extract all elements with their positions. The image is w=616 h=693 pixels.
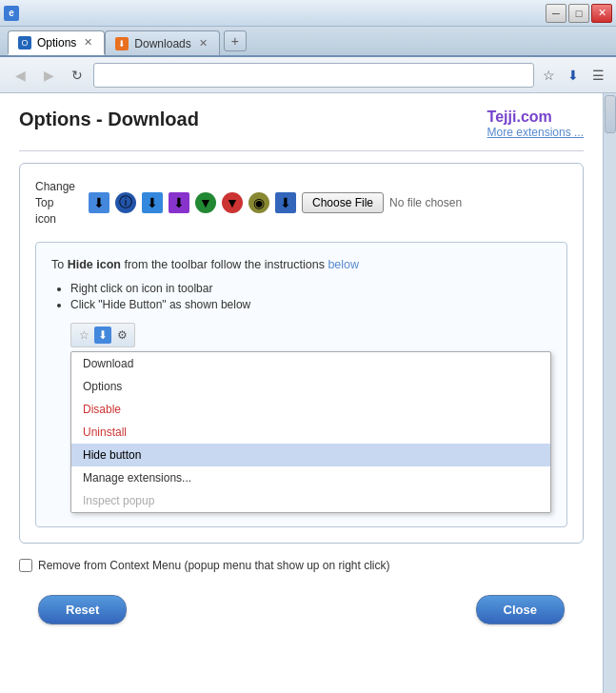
no-file-text: No file chosen — [389, 196, 462, 209]
tab-downloads-close[interactable]: ✕ — [197, 37, 209, 50]
context-menu: Download Options Disable Uninstall Hide … — [70, 351, 551, 513]
tab-downloads-icon: ⬇ — [115, 37, 129, 50]
context-item-inspect: Inspect popup — [71, 489, 550, 512]
title-bar: e ─ □ ✕ — [0, 0, 616, 27]
title-bar-left: e — [4, 6, 19, 21]
download-icon[interactable]: ⬇ — [563, 65, 584, 86]
back-button[interactable]: ◀ — [8, 63, 32, 88]
tab-options-icon: O — [18, 36, 31, 50]
context-item-download[interactable]: Download — [71, 352, 550, 375]
icon-option-4[interactable]: ⬇ — [169, 192, 189, 213]
change-icon-label: Change Top icon — [35, 179, 83, 227]
context-item-hide[interactable]: Hide button — [71, 444, 550, 466]
icon-option-3[interactable]: ⬇ — [142, 192, 163, 213]
forward-button[interactable]: ▶ — [36, 63, 61, 88]
tab-options[interactable]: O Options ✕ — [8, 30, 105, 55]
page-header: Options - Download Tejji.com More extens… — [19, 109, 584, 139]
new-tab-button[interactable]: + — [224, 30, 247, 51]
checkbox-label[interactable]: Remove from Context Menu (popup menu tha… — [38, 559, 390, 572]
instructions-title: To Hide icon from the toolbar follow the… — [51, 256, 551, 274]
page-content: Options - Download Tejji.com More extens… — [0, 93, 603, 693]
tab-options-close[interactable]: ✕ — [82, 36, 94, 49]
menu-icon[interactable]: ☰ — [587, 65, 608, 86]
instructions-link[interactable]: below — [328, 258, 359, 271]
icon-selection-row: Change Top icon ⬇ ⓘ ⬇ ⬇ ▼ ▼ ◉ ⬇ Choose F… — [35, 179, 567, 227]
context-item-manage[interactable]: Manage extensions... — [71, 466, 550, 489]
content-area: Options - Download Tejji.com More extens… — [0, 93, 616, 693]
bottom-bar: Reset Close — [19, 587, 584, 632]
mini-menu-icon: ⚙ — [113, 327, 130, 344]
context-item-disable[interactable]: Disable — [71, 398, 550, 421]
icon-option-6[interactable]: ▼ — [222, 192, 243, 213]
brand-link[interactable]: Tejji.com — [487, 109, 552, 125]
instructions-box: To Hide icon from the toolbar follow the… — [35, 242, 567, 527]
reset-button[interactable]: Reset — [38, 595, 127, 624]
close-button[interactable]: Close — [476, 595, 565, 624]
close-window-button[interactable]: ✕ — [591, 4, 612, 23]
checkbox-row: Remove from Context Menu (popup menu tha… — [19, 559, 584, 572]
scrollbar[interactable] — [603, 93, 616, 693]
context-item-options[interactable]: Options — [71, 375, 550, 398]
address-input[interactable] — [93, 63, 534, 88]
context-item-uninstall[interactable]: Uninstall — [71, 421, 550, 444]
mini-toolbar: ☆ ⬇ ⚙ — [70, 323, 135, 347]
icon-option-7[interactable]: ◉ — [248, 192, 269, 213]
tab-downloads-label: Downloads — [134, 37, 190, 50]
icon-option-1[interactable]: ⬇ — [89, 192, 109, 213]
instructions-prefix: To — [51, 258, 68, 271]
nav-bar: ◀ ▶ ↻ ☆ ⬇ ☰ — [0, 57, 616, 93]
mini-download-icon: ⬇ — [94, 327, 111, 344]
remove-context-menu-checkbox[interactable] — [19, 559, 32, 572]
page-title: Options - Download — [19, 109, 199, 130]
maximize-button[interactable]: □ — [568, 4, 589, 23]
instruction-step-1: Right click on icon in toolbar — [70, 282, 551, 295]
instructions-list: Right click on icon in toolbar Click "Hi… — [51, 282, 551, 311]
bookmark-icon[interactable]: ☆ — [538, 65, 559, 86]
icon-option-8[interactable]: ⬇ — [275, 192, 296, 213]
minimize-button[interactable]: ─ — [546, 4, 566, 23]
instructions-bold: Hide icon — [68, 258, 121, 271]
icon-option-5[interactable]: ▼ — [195, 192, 216, 213]
brand-section: Tejji.com More extensions ... — [487, 109, 584, 139]
refresh-button[interactable]: ↻ — [65, 63, 89, 88]
title-bar-controls: ─ □ ✕ — [546, 4, 612, 23]
icon-option-2[interactable]: ⓘ — [115, 192, 136, 213]
instruction-step-2: Click "Hide Button" as shown below — [70, 298, 551, 311]
main-settings-box: Change Top icon ⬇ ⓘ ⬇ ⬇ ▼ ▼ ◉ ⬇ Choose F… — [19, 163, 584, 544]
toolbar-preview: ☆ ⬇ ⚙ — [70, 323, 551, 347]
instructions-suffix: from the toolbar follow the instructions — [121, 258, 328, 271]
tab-options-label: Options — [37, 36, 76, 50]
browser-icon: e — [4, 6, 19, 21]
more-extensions-link[interactable]: More extensions ... — [487, 126, 584, 139]
mini-star-icon: ☆ — [75, 327, 92, 344]
header-divider — [19, 150, 584, 151]
tab-downloads[interactable]: ⬇ Downloads ✕ — [105, 30, 219, 55]
tab-bar: O Options ✕ ⬇ Downloads ✕ + — [0, 27, 616, 57]
page-inner: Options - Download Tejji.com More extens… — [0, 93, 603, 647]
choose-file-button[interactable]: Choose File — [302, 192, 384, 213]
